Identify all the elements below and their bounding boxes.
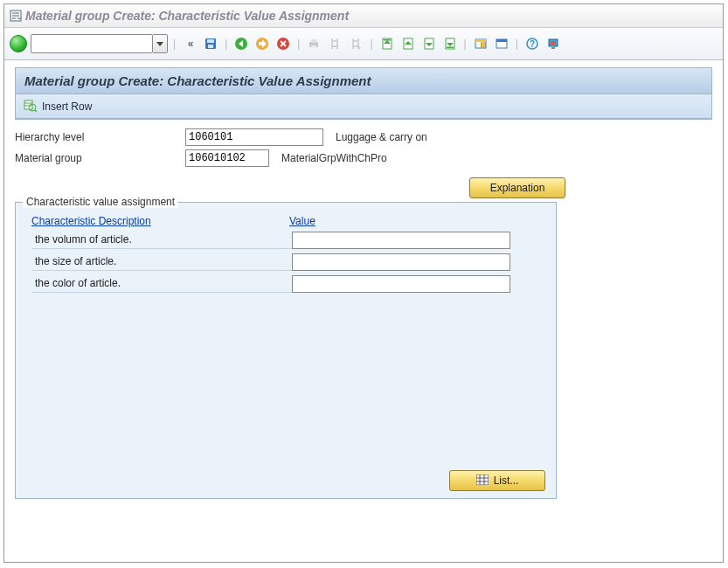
svg-rect-39 xyxy=(24,100,32,109)
find-icon xyxy=(326,35,343,52)
main-panel: Material group Create: Characteristic Va… xyxy=(15,67,712,120)
col-header-description[interactable]: Characteristic Description xyxy=(31,215,289,227)
svg-rect-7 xyxy=(208,45,213,48)
svg-rect-44 xyxy=(476,474,489,485)
cancel-icon[interactable] xyxy=(274,35,292,52)
svg-rect-21 xyxy=(384,39,391,41)
window-title: Material group Create: Characteristic Va… xyxy=(25,9,349,23)
layout-icon[interactable] xyxy=(493,35,510,52)
hierarchy-level-field[interactable] xyxy=(185,128,323,146)
back-chevrons-icon[interactable]: « xyxy=(181,35,198,52)
characteristic-row: the color of article. xyxy=(16,273,556,294)
characteristic-label: the size of article. xyxy=(31,253,292,271)
title-bar: Material group Create: Characteristic Va… xyxy=(4,4,723,28)
command-dropdown[interactable] xyxy=(153,34,168,53)
characteristic-value-input[interactable] xyxy=(292,253,510,271)
svg-rect-30 xyxy=(475,39,486,42)
characteristic-label: the volumn of article. xyxy=(31,231,292,249)
characteristic-row: the volumn of article. xyxy=(16,229,556,251)
material-group-label: Material group xyxy=(15,152,185,164)
explanation-button[interactable]: Explanation xyxy=(469,177,565,198)
enter-icon[interactable] xyxy=(10,35,27,52)
svg-marker-4 xyxy=(156,42,163,46)
separator: | xyxy=(514,38,520,50)
list-button[interactable]: List... xyxy=(449,470,545,491)
hierarchy-level-label: Hierarchy level xyxy=(15,131,185,143)
insert-row-label[interactable]: Insert Row xyxy=(42,100,92,113)
separator: | xyxy=(223,38,229,50)
characteristic-value-input[interactable] xyxy=(292,232,510,249)
material-group-desc: MaterialGrpWithChPro xyxy=(281,152,387,164)
panel-title: Material group Create: Characteristic Va… xyxy=(16,68,711,94)
svg-rect-28 xyxy=(447,47,454,49)
material-group-field[interactable] xyxy=(185,149,269,167)
grid-icon xyxy=(476,474,489,488)
svg-rect-17 xyxy=(311,45,316,48)
svg-line-43 xyxy=(35,110,37,112)
svg-rect-31 xyxy=(481,43,485,47)
next-page-icon[interactable] xyxy=(420,35,438,52)
save-icon[interactable] xyxy=(202,35,219,52)
separator: | xyxy=(295,38,302,50)
insert-row-icon[interactable] xyxy=(23,98,37,114)
command-field[interactable] xyxy=(31,34,153,53)
characteristic-value-input[interactable] xyxy=(292,275,510,293)
menu-icon[interactable] xyxy=(10,10,22,22)
list-button-label: List... xyxy=(494,474,519,487)
print-icon xyxy=(305,35,322,52)
last-page-icon[interactable] xyxy=(441,35,459,52)
hierarchy-level-desc: Luggage & carry on xyxy=(336,131,427,143)
separator: | xyxy=(171,38,177,50)
exit-icon[interactable] xyxy=(253,35,271,52)
header-fields: Hierarchy level Luggage & carry on Mater… xyxy=(15,120,712,172)
first-page-icon[interactable] xyxy=(378,35,396,52)
svg-rect-33 xyxy=(496,39,507,42)
svg-rect-6 xyxy=(207,39,214,43)
panel-subtoolbar: Insert Row xyxy=(16,94,711,119)
separator: | xyxy=(462,38,468,50)
characteristic-box-title: Characteristic value assignment xyxy=(23,196,178,208)
system-toolbar: | « | | | xyxy=(4,28,723,60)
col-header-value[interactable]: Value xyxy=(289,215,315,227)
svg-text:?: ? xyxy=(530,39,535,49)
svg-rect-16 xyxy=(311,39,316,43)
separator: | xyxy=(368,38,374,50)
new-session-icon[interactable] xyxy=(472,35,489,52)
characteristic-row: the size of article. xyxy=(16,251,556,273)
prev-page-icon[interactable] xyxy=(399,35,417,52)
characteristic-label: the color of article. xyxy=(31,274,292,293)
back-icon[interactable] xyxy=(232,35,250,52)
customize-icon[interactable] xyxy=(544,35,562,52)
svg-rect-38 xyxy=(551,47,555,49)
help-icon[interactable]: ? xyxy=(523,35,541,52)
explanation-button-label: Explanation xyxy=(490,182,545,194)
find-next-icon xyxy=(347,35,364,52)
svg-rect-37 xyxy=(551,41,556,45)
characteristic-box: Characteristic value assignment Characte… xyxy=(15,202,557,499)
